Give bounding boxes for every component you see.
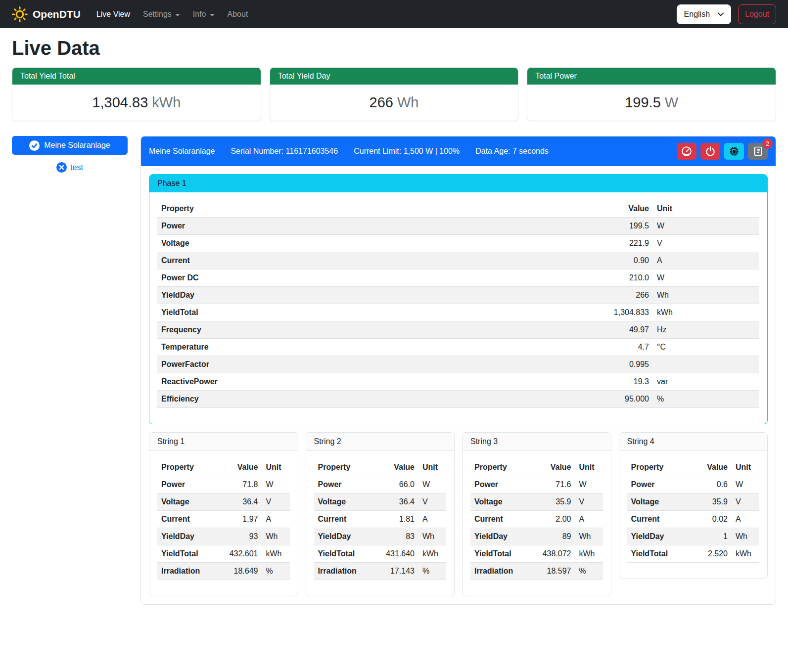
brand-label: OpenDTU	[33, 8, 81, 20]
unit-cell: A	[575, 511, 603, 528]
total-yield-total-card: Total Yield Total 1,304.83kWh	[12, 67, 261, 121]
unit-cell: W	[653, 269, 759, 287]
unit-cell: %	[575, 563, 603, 580]
card-value-row: 266Wh	[270, 85, 518, 121]
sun-icon	[12, 6, 28, 22]
property-cell: Power	[627, 476, 685, 493]
column-value: Value	[684, 459, 732, 476]
nav-item-live-view[interactable]: Live View	[92, 6, 135, 23]
column-unit: Unit	[262, 459, 290, 476]
column-value: Value	[215, 459, 262, 476]
device-info-button[interactable]	[724, 143, 744, 160]
phase-table: Property Value Unit Power199.5WVoltage22…	[157, 200, 759, 408]
value-cell: 199.5	[594, 218, 653, 235]
string-body: Property Value Unit Power71.6WVoltage35.…	[463, 451, 611, 596]
string-title: String 4	[619, 433, 768, 451]
inverter-select-button[interactable]: Meine Solaranlage	[12, 136, 128, 155]
unit-cell: var	[653, 373, 759, 391]
table-row: Current1.81A	[314, 511, 447, 528]
unit-cell: Wh	[732, 528, 759, 545]
event-log-button[interactable]: 2	[748, 143, 768, 160]
column-value: Value	[371, 459, 418, 476]
card-title: Total Power	[527, 68, 776, 85]
table-header-row: Property Value Unit	[314, 459, 447, 476]
table-row: Power71.8W	[157, 476, 290, 493]
value-cell: 0.02	[684, 511, 732, 528]
power-button[interactable]	[700, 143, 720, 160]
nav-item-label: Settings	[143, 10, 172, 19]
property-cell: Voltage	[627, 493, 685, 511]
column-property: Property	[627, 459, 685, 476]
limit-settings-button[interactable]	[677, 143, 696, 160]
unit-cell: %	[262, 563, 290, 580]
unit-cell: A	[732, 511, 759, 528]
x-circle-icon	[56, 162, 67, 173]
column-unit: Unit	[732, 459, 759, 476]
property-cell: Temperature	[157, 339, 594, 356]
nav-item-info[interactable]: Info	[188, 6, 220, 23]
logout-button[interactable]: Logout	[738, 4, 776, 24]
value-cell: 95.000	[594, 391, 653, 408]
property-cell: YieldDay	[627, 528, 685, 545]
unit-cell: kWh	[418, 545, 446, 563]
property-cell: Current	[157, 252, 594, 269]
value-cell: 36.4	[215, 493, 262, 511]
language-select[interactable]: English	[677, 4, 731, 24]
string-1-table: Property Value Unit Power71.8WVoltage36.…	[157, 459, 290, 580]
unit-cell: W	[575, 476, 603, 493]
column-property: Property	[157, 200, 594, 218]
table-row: Power71.6W	[470, 476, 603, 493]
property-cell: YieldTotal	[157, 304, 594, 321]
property-cell: Voltage	[157, 235, 594, 252]
property-cell: YieldDay	[470, 528, 528, 545]
property-cell: YieldTotal	[314, 545, 371, 563]
power-icon	[705, 146, 716, 157]
value-cell: 4.7	[594, 339, 653, 356]
value-cell: 1	[684, 528, 732, 545]
brand[interactable]: OpenDTU	[12, 6, 81, 22]
strings-row: String 1 Property Value Unit	[149, 432, 768, 596]
column-property: Property	[157, 459, 215, 476]
property-cell: Current	[157, 511, 215, 528]
property-cell: Efficiency	[157, 391, 594, 408]
string-title: String 3	[463, 433, 611, 451]
value-cell: 89	[528, 528, 575, 545]
check-circle-icon	[29, 140, 40, 151]
table-header-row: Property Value Unit	[627, 459, 760, 476]
inverter-panel: Meine Solaranlage Serial Number: 1161716…	[140, 136, 776, 605]
unit-cell: %	[418, 563, 446, 580]
property-cell: Power	[314, 476, 371, 493]
property-cell: PowerFactor	[157, 356, 594, 373]
table-row: Voltage35.9V	[470, 493, 603, 511]
table-row: Irradiation17.143%	[314, 563, 447, 580]
main-row: Meine Solaranlage test Meine Solaranlage…	[12, 136, 776, 605]
table-row: Temperature4.7°C	[157, 339, 759, 356]
card-value-row: 1,304.83kWh	[12, 85, 261, 121]
inverter-panel-header: Meine Solaranlage Serial Number: 1161716…	[141, 136, 776, 166]
unit-cell: V	[575, 493, 603, 511]
nav-item-label: Live View	[96, 10, 130, 19]
unit-cell: V	[732, 493, 759, 511]
caret-down-icon	[175, 14, 180, 16]
table-row: Voltage36.4V	[314, 493, 447, 511]
table-row: Frequency49.97Hz	[157, 321, 759, 339]
table-row: Voltage35.9V	[627, 493, 760, 511]
nav-item-settings[interactable]: Settings	[138, 6, 185, 23]
inverter-sidebar: Meine Solaranlage test	[12, 136, 128, 173]
column-unit: Unit	[575, 459, 603, 476]
value-cell: 36.4	[371, 493, 418, 511]
table-row: Current2.00A	[470, 511, 603, 528]
property-cell: Current	[470, 511, 528, 528]
phase-title: Phase 1	[149, 175, 767, 192]
string-title: String 2	[306, 433, 455, 451]
inverter-link-test[interactable]: test	[12, 162, 128, 173]
property-cell: Voltage	[314, 493, 371, 511]
table-header-row: Property Value Unit	[157, 200, 759, 218]
card-unit: kWh	[152, 94, 181, 110]
table-row: Efficiency95.000%	[157, 391, 759, 408]
table-row: YieldTotal1,304.833kWh	[157, 304, 759, 321]
value-cell: 19.3	[594, 373, 653, 391]
unit-cell: Wh	[575, 528, 603, 545]
journal-icon	[752, 146, 763, 157]
nav-item-about[interactable]: About	[223, 6, 253, 23]
